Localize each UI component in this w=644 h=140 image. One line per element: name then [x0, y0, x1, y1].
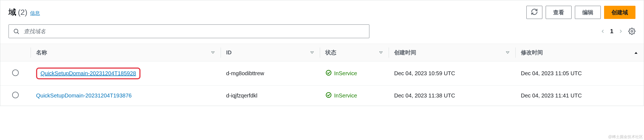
col-select: [0, 44, 31, 61]
check-circle-icon: [325, 69, 332, 77]
next-page-button[interactable]: [618, 29, 623, 34]
svg-marker-6: [506, 52, 509, 54]
info-link[interactable]: 信息: [30, 10, 40, 16]
status-badge: InService: [325, 69, 383, 77]
table-header-row: 名称 ID 状态: [0, 44, 644, 61]
search-icon: [13, 28, 20, 35]
domain-id: d-mg8odibttrew: [221, 61, 320, 86]
svg-marker-7: [635, 52, 638, 54]
toolbar: 1: [0, 22, 644, 44]
row-select-radio[interactable]: [12, 92, 19, 98]
search-input[interactable]: [9, 24, 369, 38]
svg-point-9: [326, 93, 331, 97]
item-count: (2): [18, 8, 27, 17]
pagination: 1: [600, 28, 635, 35]
table-row: QuickSetupDomain-20231204T185928 d-mg8od…: [0, 61, 644, 86]
created-time: Dec 04, 2023 10:59 UTC: [389, 61, 515, 86]
svg-point-2: [631, 30, 633, 32]
domains-table: 名称 ID 状态: [0, 44, 644, 106]
table-settings-button[interactable]: [628, 28, 635, 35]
status-text: InService: [334, 93, 357, 99]
domain-name-link[interactable]: QuickSetupDomain-20231204T193876: [36, 93, 132, 99]
svg-marker-4: [311, 52, 314, 54]
filter-icon: [505, 51, 510, 55]
col-modified[interactable]: 修改时间: [515, 44, 644, 61]
col-id-label: ID: [226, 49, 232, 56]
action-buttons: 查看 编辑 创建域: [526, 6, 635, 19]
modified-time: Dec 04, 2023 11:41 UTC: [515, 86, 644, 106]
col-id[interactable]: ID: [221, 44, 320, 61]
edit-button[interactable]: 编辑: [575, 6, 601, 19]
svg-point-8: [326, 70, 331, 75]
col-name-label: 名称: [36, 49, 47, 56]
refresh-button[interactable]: [526, 6, 542, 19]
row-select-radio[interactable]: [12, 69, 19, 76]
view-button[interactable]: 查看: [546, 6, 572, 19]
col-created[interactable]: 创建时间: [389, 44, 515, 61]
col-status[interactable]: 状态: [320, 44, 389, 61]
refresh-icon: [531, 8, 538, 17]
domain-name-link[interactable]: QuickSetupDomain-20231204T185928: [40, 70, 136, 76]
page-title: 域: [9, 7, 16, 18]
check-circle-icon: [325, 92, 332, 100]
modified-time: Dec 04, 2023 11:05 UTC: [515, 61, 644, 86]
svg-marker-3: [212, 52, 215, 54]
created-time: Dec 04, 2023 11:38 UTC: [389, 86, 515, 106]
highlight-annotation: QuickSetupDomain-20231204T185928: [36, 68, 140, 79]
svg-marker-5: [380, 52, 383, 54]
sort-asc-icon: [634, 51, 638, 55]
col-name[interactable]: 名称: [31, 44, 221, 61]
svg-line-1: [18, 33, 19, 34]
domain-id: d-iqjfzqerfdkl: [221, 86, 320, 106]
title-group: 域 (2) 信息: [9, 7, 40, 18]
col-created-label: 创建时间: [394, 49, 416, 56]
col-status-label: 状态: [325, 49, 336, 56]
create-domain-button[interactable]: 创建域: [604, 6, 635, 19]
status-text: InService: [334, 70, 357, 77]
table-row: QuickSetupDomain-20231204T193876 d-iqjfz…: [0, 86, 644, 106]
search-wrapper: [9, 24, 369, 38]
col-modified-label: 修改时间: [521, 49, 543, 56]
panel-header: 域 (2) 信息 查看 编辑 创建域: [0, 0, 644, 22]
filter-icon: [310, 51, 314, 55]
filter-icon: [379, 51, 383, 55]
status-badge: InService: [325, 92, 383, 100]
domains-panel: 域 (2) 信息 查看 编辑 创建域 1: [0, 0, 644, 106]
prev-page-button[interactable]: [600, 29, 605, 34]
current-page: 1: [610, 28, 613, 35]
filter-icon: [211, 51, 215, 55]
